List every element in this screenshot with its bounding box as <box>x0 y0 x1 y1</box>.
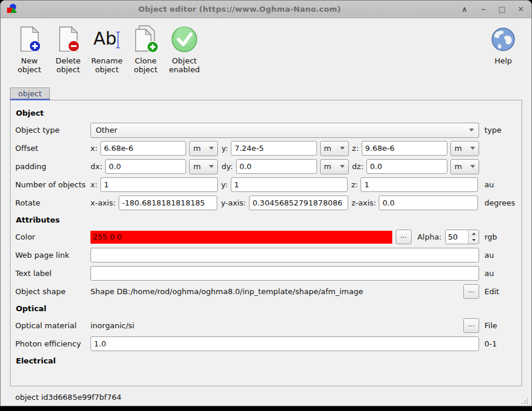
padding-dy-unit-select[interactable]: m <box>320 159 349 174</box>
padding-label: padding <box>15 162 90 171</box>
rotate-y-input[interactable] <box>249 196 348 210</box>
padding-dx-input[interactable] <box>105 159 186 174</box>
number-of-objects-label: Number of objects <box>15 180 90 189</box>
padding-dy-input[interactable] <box>236 159 317 174</box>
web-page-link-label: Web page link <box>15 251 90 260</box>
chevron-down-icon <box>470 147 475 150</box>
object-shape-browse-button[interactable]: ... <box>463 284 479 299</box>
object-shape-label: Object shape <box>15 287 90 296</box>
padding-row: padding dx: m dy: m dz: <box>15 157 517 176</box>
optical-material-label: Optical material <box>15 321 90 330</box>
section-heading-optical: Optical <box>15 301 517 316</box>
nx-label: x: <box>90 180 97 189</box>
optical-material-value: inorganic/si <box>90 321 460 330</box>
rename-object-icon: Ab <box>92 24 122 55</box>
padding-dz-label: dz: <box>352 162 363 171</box>
object-shape-unit: Edit <box>479 287 517 296</box>
status-bar: object id3d6685e99f7bf764 <box>1 386 531 406</box>
color-browse-button[interactable]: ... <box>396 230 412 244</box>
offset-y-input[interactable] <box>231 141 316 156</box>
object-type-select[interactable]: Other <box>90 123 479 138</box>
text-label-unit: au <box>479 269 517 278</box>
tool-button-label: Rename object <box>87 56 126 75</box>
rotate-y-axis-label: y-axis: <box>221 198 246 207</box>
ny-input[interactable] <box>231 177 348 192</box>
tab-object[interactable]: object <box>10 87 50 99</box>
help-button[interactable]: Help <box>486 24 521 65</box>
offset-row: Offset x: m y: m z: <box>15 139 517 157</box>
rotate-label: Rotate <box>15 198 90 207</box>
web-page-link-input[interactable] <box>90 248 479 262</box>
optical-material-browse-button[interactable]: ... <box>463 318 479 333</box>
chevron-down-icon <box>340 165 345 168</box>
maximize-button[interactable]: □ <box>497 5 507 14</box>
section-heading-object: Object <box>15 105 517 121</box>
object-type-unit: type <box>479 126 517 134</box>
chevron-down-icon <box>470 165 475 168</box>
rotate-z-input[interactable] <box>379 196 478 210</box>
rotate-x-input[interactable] <box>119 196 218 210</box>
minimize-button[interactable]: – <box>479 5 488 14</box>
content-area: object Object Object type Other type Off… <box>1 86 531 386</box>
spin-down-icon[interactable] <box>469 237 479 244</box>
color-unit: rgb <box>479 233 517 241</box>
rotate-row: Rotate x-axis: y-axis: z-axis: degrees <box>15 194 517 212</box>
offset-z-input[interactable] <box>362 141 447 156</box>
shade-button[interactable]: ∧ <box>460 5 469 14</box>
tool-button-label: Object enabled <box>165 56 204 75</box>
object-shape-row: Object shape Shape DB:/home/rod/oghma/og… <box>15 282 517 301</box>
nx-input[interactable] <box>100 177 218 192</box>
offset-label: Offset <box>15 144 90 153</box>
text-label-row: Text label au <box>15 264 517 282</box>
nz-label: z: <box>351 180 358 189</box>
text-label-input[interactable] <box>90 266 479 281</box>
clone-object-icon <box>131 24 160 55</box>
svg-text:Ab: Ab <box>93 28 117 49</box>
spin-up-icon[interactable] <box>469 230 479 237</box>
resize-grip[interactable] <box>521 397 528 405</box>
offset-x-input[interactable] <box>100 141 186 156</box>
optical-material-unit: File <box>479 321 517 330</box>
object-type-label: Object type <box>15 126 90 134</box>
padding-dy-label: dy: <box>221 162 233 171</box>
rotate-unit: degrees <box>479 198 517 207</box>
offset-x-unit-select[interactable]: m <box>189 141 218 156</box>
delete-object-button[interactable]: Delete object <box>49 24 87 75</box>
number-of-objects-unit: au <box>479 180 517 189</box>
app-logo-icon <box>5 2 19 16</box>
chevron-down-icon <box>469 129 474 132</box>
photon-efficiency-unit: 0-1 <box>479 339 517 348</box>
object-enabled-button[interactable]: Object enabled <box>165 24 204 75</box>
photon-efficiency-input[interactable] <box>90 336 479 351</box>
clone-object-button[interactable]: Clone object <box>126 24 165 75</box>
offset-z-unit-select[interactable]: m <box>450 141 479 156</box>
tool-button-label: Delete object <box>49 56 87 75</box>
padding-dx-unit-select[interactable]: m <box>189 159 218 174</box>
object-enabled-check-icon <box>170 24 199 55</box>
close-button[interactable]: ✕ <box>516 5 526 14</box>
color-swatch[interactable]: 255 0 0 <box>90 231 392 244</box>
chevron-down-icon <box>340 147 345 150</box>
nz-input[interactable] <box>361 177 478 192</box>
chevron-down-icon <box>209 165 214 168</box>
optical-material-row: Optical material inorganic/si ... File <box>15 316 517 335</box>
new-object-button[interactable]: New object <box>10 24 49 75</box>
padding-dx-label: dx: <box>90 162 102 171</box>
offset-y-unit-select[interactable]: m <box>320 141 349 156</box>
rename-object-button[interactable]: Ab Rename object <box>87 24 126 75</box>
toolbar: New object Delete object Ab Rename ob <box>1 18 531 86</box>
alpha-label: Alpha: <box>417 233 442 241</box>
status-text: object id3d6685e99f7bf764 <box>15 393 122 402</box>
tool-button-label: Help <box>494 56 512 65</box>
tool-button-label: Clone object <box>126 56 165 75</box>
alpha-input[interactable] <box>446 230 468 244</box>
object-type-row: Object type Other type <box>15 121 517 139</box>
object-type-value: Other <box>96 126 469 134</box>
ny-label: y: <box>221 180 228 189</box>
padding-dz-unit-select[interactable]: m <box>450 159 479 174</box>
object-panel: Object Object type Other type Offset x: <box>10 100 522 386</box>
titlebar: Object editor (https://www.Oghma-Nano.co… <box>1 1 531 18</box>
color-label: Color <box>15 233 90 241</box>
padding-dz-input[interactable] <box>366 159 447 174</box>
section-heading-electrical: Electrical <box>15 353 517 369</box>
